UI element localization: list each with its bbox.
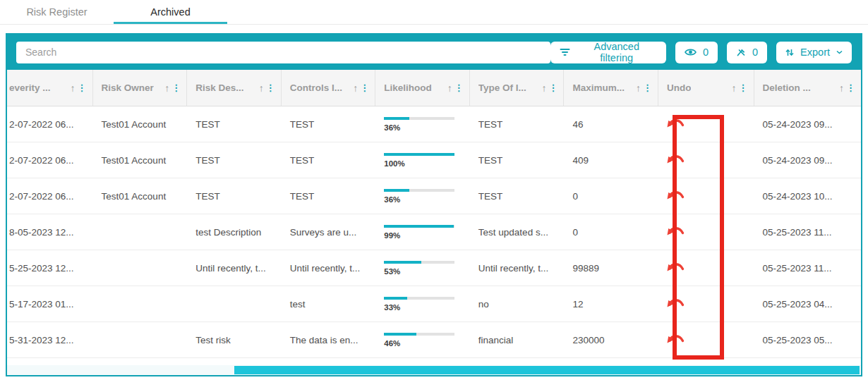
undo-button[interactable] xyxy=(667,261,685,275)
column-menu-icon[interactable]: ⋮ xyxy=(643,82,652,93)
cell-severity: 5-31-2023 12... xyxy=(7,322,93,357)
undo-button[interactable] xyxy=(667,153,685,167)
undo-button[interactable] xyxy=(667,297,685,311)
risk-register-page: Risk Register Archived Advanced filterin… xyxy=(0,0,868,380)
cell-likelihood: 100% xyxy=(375,142,470,178)
likelihood-percent: 33% xyxy=(384,303,400,312)
column-header-maximum[interactable]: Maximum...↑⋮ xyxy=(564,70,658,106)
cell-maximum: 12 xyxy=(564,286,658,321)
cell-undo xyxy=(658,286,754,321)
likelihood-bar-fill xyxy=(384,189,409,192)
undo-button[interactable] xyxy=(667,117,685,131)
cell-severity: 2-07-2022 06... xyxy=(7,178,93,214)
tab-bar: Risk Register Archived xyxy=(0,0,868,25)
likelihood-bar xyxy=(384,225,454,228)
tab-risk-register[interactable]: Risk Register xyxy=(0,0,114,24)
column-menu-icon[interactable]: ⋮ xyxy=(266,82,275,93)
cell-likelihood: 36% xyxy=(375,178,470,214)
cell-severity: 5-17-2023 01... xyxy=(7,286,93,321)
column-header-undo[interactable]: Undo↑⋮ xyxy=(658,70,754,106)
search-input[interactable] xyxy=(16,42,550,63)
advanced-filtering-button[interactable]: Advanced filtering xyxy=(550,42,666,63)
cell-type: Test updated s... xyxy=(470,214,565,250)
sort-ascending-icon[interactable]: ↑ xyxy=(732,82,737,94)
cell-deletion: 05-24-2023 10... xyxy=(754,178,861,214)
likelihood-bar xyxy=(384,333,454,336)
cell-type: TEST xyxy=(470,106,565,142)
hidden-columns-count: 0 xyxy=(703,47,709,58)
toolbar-buttons: Advanced filtering 0 0 xyxy=(550,42,852,63)
likelihood-percent: 36% xyxy=(384,195,400,204)
column-header-owner[interactable]: Risk Owner↑⋮ xyxy=(93,70,188,106)
column-menu-icon[interactable]: ⋮ xyxy=(739,82,748,93)
sort-ascending-icon[interactable]: ↑ xyxy=(71,82,76,94)
column-header-controls[interactable]: Controls I...↑⋮ xyxy=(282,70,376,106)
column-menu-icon[interactable]: ⋮ xyxy=(78,82,87,93)
column-header-description[interactable]: Risk Des...↑⋮ xyxy=(187,70,282,106)
cell-severity: 5-25-2023 12... xyxy=(7,250,93,286)
cell-undo xyxy=(658,178,754,214)
cell-deletion: 05-24-2023 09... xyxy=(754,106,861,142)
column-menu-icon[interactable]: ⋮ xyxy=(171,82,181,93)
cell-owner: Test01 Account xyxy=(93,142,188,178)
cell-likelihood: 99% xyxy=(375,214,470,250)
table-row[interactable]: 5-25-2023 12...Until recently, t...Until… xyxy=(7,250,861,286)
sort-ascending-icon[interactable]: ↑ xyxy=(164,82,169,94)
cell-undo xyxy=(658,250,754,286)
column-menu-icon[interactable]: ⋮ xyxy=(360,82,369,93)
cell-maximum: 0 xyxy=(564,214,658,250)
likelihood-bar-fill xyxy=(384,333,416,336)
table-row[interactable]: 2-07-2022 06...Test01 AccountTESTTEST100… xyxy=(7,142,861,178)
sort-ascending-icon[interactable]: ↑ xyxy=(541,82,546,94)
column-header-label: Deletion ... xyxy=(763,82,811,93)
sort-ascending-icon[interactable]: ↑ xyxy=(353,82,358,94)
cell-likelihood: 36% xyxy=(375,106,470,142)
column-menu-icon[interactable]: ⋮ xyxy=(454,82,464,93)
cell-controls: The data is en... xyxy=(282,322,376,357)
column-header-type[interactable]: Type Of I...↑⋮ xyxy=(470,70,565,106)
column-header-label: Controls I... xyxy=(290,82,342,93)
cell-severity: 8-05-2023 12... xyxy=(7,214,93,250)
column-menu-icon[interactable]: ⋮ xyxy=(548,82,557,93)
cell-description: TEST xyxy=(187,142,282,178)
undo-button[interactable] xyxy=(667,225,685,239)
undo-icon xyxy=(667,228,685,239)
cell-severity: 2-07-2022 06... xyxy=(7,142,93,178)
cell-maximum: 46 xyxy=(564,106,658,142)
chevron-down-icon xyxy=(836,50,843,54)
horizontal-scrollbar[interactable] xyxy=(7,365,861,375)
table-row[interactable]: 8-05-2023 12...test DescriptionSurveys a… xyxy=(7,214,861,250)
table-row[interactable]: 5-31-2023 12...Test riskThe data is en..… xyxy=(7,322,861,358)
sort-ascending-icon[interactable]: ↑ xyxy=(636,82,641,94)
column-header-severity[interactable]: everity ...↑⋮ xyxy=(7,70,93,106)
sort-ascending-icon[interactable]: ↑ xyxy=(839,82,844,94)
sort-ascending-icon[interactable]: ↑ xyxy=(447,82,452,94)
undo-button[interactable] xyxy=(667,333,685,347)
cell-owner: Test01 Account xyxy=(93,106,188,142)
likelihood-bar xyxy=(384,153,454,156)
column-header-deletion[interactable]: Deletion ...↑⋮ xyxy=(754,70,862,106)
pin-off-icon xyxy=(736,48,746,57)
scrollbar-thumb[interactable] xyxy=(234,366,860,374)
unpinned-columns-button[interactable]: 0 xyxy=(727,42,767,63)
table-row[interactable]: 5-17-2023 01...test33%no1205-25-2023 04.… xyxy=(7,286,861,322)
undo-button[interactable] xyxy=(667,189,685,203)
cell-undo xyxy=(658,214,754,250)
column-menu-icon[interactable]: ⋮ xyxy=(846,82,855,93)
cell-controls: TEST xyxy=(282,178,376,214)
tab-archived[interactable]: Archived xyxy=(114,0,227,24)
sort-ascending-icon[interactable]: ↑ xyxy=(259,82,264,94)
column-header-likelihood[interactable]: Likelihood↑⋮ xyxy=(375,70,470,106)
table-row[interactable]: 2-07-2022 06...Test01 AccountTESTTEST36%… xyxy=(7,106,861,142)
cell-likelihood: 53% xyxy=(375,250,470,286)
column-header-label: Type Of I... xyxy=(478,82,526,93)
cell-description: TEST xyxy=(187,106,282,142)
cell-deletion: 05-25-2023 11... xyxy=(754,214,861,250)
table-row[interactable]: 2-07-2022 06...Test01 AccountTESTTEST36%… xyxy=(7,178,861,214)
export-button[interactable]: Export xyxy=(776,42,852,63)
cell-description: Until recently, t... xyxy=(187,250,282,286)
cell-likelihood: 33% xyxy=(375,286,470,321)
undo-icon xyxy=(667,157,685,167)
hidden-columns-button[interactable]: 0 xyxy=(675,42,718,63)
likelihood-bar xyxy=(384,117,454,120)
